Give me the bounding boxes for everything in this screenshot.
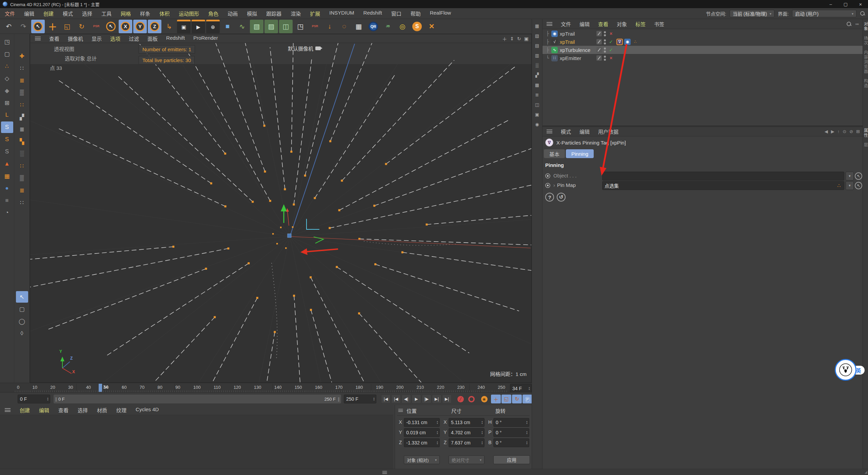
position-value-field[interactable]: -0.131 cm▲▼ (404, 418, 440, 427)
keyframe-selection-button[interactable]: ◉ (479, 395, 489, 403)
palette-tool-icon[interactable]: ⊞ (1, 97, 13, 109)
palette-tool-icon[interactable]: ▦ (1, 170, 13, 182)
record-keyframe-button[interactable]: ╱ (456, 395, 465, 403)
object-type-icon[interactable]: ∿ (551, 47, 558, 53)
enable-check[interactable]: ✓ (608, 47, 614, 53)
visibility-dots[interactable] (604, 48, 606, 53)
menu-item[interactable]: 动画 (228, 10, 238, 17)
vertical-panel-tab[interactable]: 层 (863, 142, 868, 147)
docked-palette-icon[interactable]: ▦ (533, 22, 541, 30)
menu-item[interactable]: 扩展 (310, 10, 320, 17)
toolbar-button[interactable]: PSR (308, 20, 322, 33)
palette-tool-icon[interactable]: ◳ (1, 36, 13, 48)
reset-button[interactable]: ↺ (557, 193, 566, 202)
menu-item[interactable]: INSYDIUM (329, 10, 354, 17)
toolbar-button[interactable]: S (410, 20, 424, 33)
menu-item[interactable]: 角色 (208, 10, 218, 17)
prev-frame[interactable]: ◀| (401, 395, 411, 403)
material-menu-item[interactable]: 纹理 (116, 406, 126, 414)
goto-end[interactable]: ▶| (442, 395, 452, 403)
toolbar-button[interactable]: ◱ (60, 20, 74, 33)
next-key[interactable]: ▶| (432, 395, 441, 403)
rotation-value-field[interactable]: 0 °▲▼ (493, 428, 529, 437)
help-button[interactable]: ? (545, 193, 554, 202)
docked-palette-icon[interactable]: ▩ (533, 81, 541, 89)
viewport-scene[interactable]: 透视视图 选取对象 总计 点 33 Number of emitters: 1 … (30, 43, 531, 382)
toolbar-button[interactable]: ◌ (337, 20, 351, 33)
palette-tool-icon[interactable]: ▞ (16, 111, 28, 123)
enable-check[interactable]: × (608, 55, 614, 61)
toolbar-button[interactable]: ∿ (235, 20, 249, 33)
object-name[interactable]: xpTurbulence (560, 47, 596, 53)
palette-tool-icon[interactable]: ▒ (16, 87, 28, 98)
enable-check[interactable]: × (608, 31, 614, 36)
object-manager-menu-icon[interactable] (547, 22, 552, 26)
material-menu-item[interactable]: 选择 (78, 406, 88, 414)
toolbar-button[interactable]: Z (148, 20, 161, 33)
toolbar-button[interactable]: X (119, 20, 132, 33)
palette-tool-icon[interactable]: ∷ (16, 99, 28, 111)
toolbar-button[interactable]: ↖ (31, 20, 45, 33)
toolbar-button[interactable]: QR (367, 20, 380, 33)
menu-item[interactable]: RealFlow (430, 10, 451, 17)
toolbar-button[interactable]: ↓ (323, 20, 336, 33)
play[interactable]: ▶ (412, 395, 421, 403)
keyframe-scale[interactable]: ◱ (501, 395, 511, 403)
material-menu-item[interactable]: 查看 (58, 406, 68, 414)
toolbar-button[interactable]: × (425, 20, 438, 33)
palette-tool-icon[interactable]: ▚ (16, 136, 28, 147)
palette-tool-icon[interactable]: ↖ (16, 291, 28, 303)
menu-item[interactable]: 体积 (159, 10, 170, 17)
palette-tool-icon[interactable]: S (1, 134, 13, 145)
object-field-dropdown[interactable]: ▼ (846, 172, 854, 180)
toolbar-button[interactable]: ⊕ (206, 20, 220, 33)
position-value-field[interactable]: -1.332 cm▲▼ (404, 438, 440, 447)
palette-tool-icon[interactable]: ◯ (16, 316, 28, 327)
range-start-field[interactable]: 0 F▲▼ (18, 395, 50, 403)
material-menu-item[interactable]: 创建 (20, 406, 30, 414)
object-manager-menu-item[interactable]: 查看 (598, 20, 608, 27)
viewport-menu-item[interactable]: 过滤 (129, 35, 139, 42)
toolbar-button[interactable]: ▧ (250, 20, 263, 33)
apply-button[interactable]: 应用 (493, 455, 530, 464)
pinmap-radio[interactable] (545, 183, 550, 188)
edit-enable-toggle[interactable] (596, 31, 602, 36)
toolbar-button[interactable]: ↶ (2, 20, 16, 33)
material-list-area[interactable] (0, 416, 393, 469)
menu-item[interactable]: 模拟 (247, 10, 257, 17)
palette-tool-icon[interactable]: ▢ (1, 48, 13, 60)
menu-item[interactable]: 选择 (82, 10, 92, 17)
autokey-button[interactable] (467, 395, 476, 403)
toolbar-button[interactable]: ▶ (192, 20, 205, 33)
palette-tool-icon[interactable]: ▢ (16, 303, 28, 315)
toolbar-button[interactable]: Y (133, 20, 147, 33)
timeline-playhead[interactable] (99, 384, 102, 392)
menu-item[interactable]: 跟踪器 (266, 10, 281, 17)
palette-tool-icon[interactable]: ∷ (16, 160, 28, 172)
object-pick-button[interactable]: ↖ (855, 172, 862, 180)
menu-item[interactable]: 帮助 (411, 10, 421, 17)
size-mode-select[interactable]: 绝对尺寸▾ (449, 455, 485, 464)
visibility-dots[interactable] (604, 56, 606, 61)
rotation-value-field[interactable]: 0 °▲▼ (493, 438, 529, 447)
search-icon[interactable] (860, 11, 865, 16)
edit-enable-toggle[interactable] (596, 39, 602, 44)
toolbar-button[interactable]: JB (381, 20, 395, 33)
toolbar-button[interactable]: PSR (90, 20, 103, 33)
object-manager-list[interactable]: ├ ◉ xpTrail × ├ √ xpTrail (542, 30, 863, 126)
menu-item[interactable]: 工具 (101, 10, 112, 17)
menu-item[interactable]: 窗口 (391, 10, 401, 17)
viewport-menu-icon[interactable] (35, 37, 41, 40)
attribute-menu-item[interactable]: 编辑 (579, 128, 590, 135)
om-filter-icon[interactable]: ≔ (855, 22, 859, 26)
object-manager-menu-item[interactable]: 书签 (654, 20, 664, 27)
toolbar-button[interactable]: ↳ (162, 20, 176, 33)
object-name[interactable]: xpTrail (560, 39, 596, 45)
menu-item[interactable]: 运动图形 (179, 10, 199, 17)
goto-start[interactable]: |◀ (381, 395, 391, 403)
docked-palette-icon[interactable]: ▣ (533, 110, 541, 118)
next-frame[interactable]: |▶ (422, 395, 431, 403)
palette-tool-icon[interactable]: ░ (16, 148, 28, 159)
resize-grip-icon[interactable]: ◢ (865, 470, 867, 474)
object-row[interactable]: ├ √ xpTrail ✓ ∇◉∴ (542, 38, 863, 46)
